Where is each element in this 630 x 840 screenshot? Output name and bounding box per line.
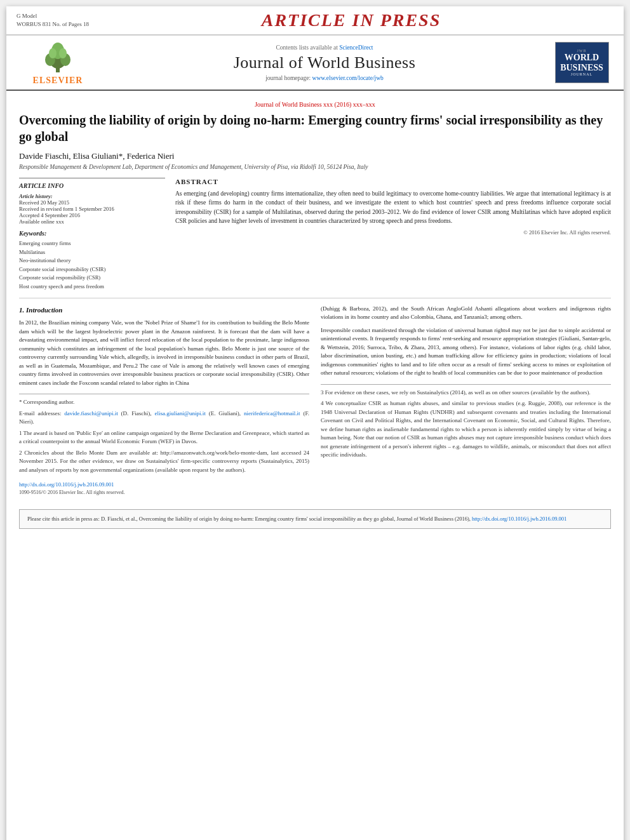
abstract-column: ABSTRACT As emerging (and developing) co… — [175, 178, 611, 291]
body-col-left: 1. Introduction In 2012, the Brazilian m… — [19, 305, 309, 497]
journal-header: ELSEVIER Contents lists available at Sci… — [6, 36, 624, 91]
journal-title-area: Contents lists available at ScienceDirec… — [99, 44, 550, 81]
section-divider — [19, 298, 611, 298]
bottom-issn: 1090-9516/© 2016 Elsevier Inc. All right… — [19, 489, 309, 497]
sciencedirect-line: Contents lists available at ScienceDirec… — [105, 44, 544, 51]
article-authors: Davide Fiaschi, Elisa Giuliani*, Federic… — [19, 151, 611, 161]
journal-code: WORBUS 831 No. of Pages 18 — [17, 20, 89, 29]
bottom-doi: http://dx.doi.org/10.1016/j.jwb.2016.09.… — [19, 481, 309, 489]
abstract-text: As emerging (and developing) country fir… — [175, 189, 611, 225]
email2-link[interactable]: elisa.giuliani@unipi.it — [154, 410, 205, 417]
footnote-4: 4 We conceptualize CSIR as human rights … — [321, 399, 611, 460]
elsevier-logo: ELSEVIER — [33, 39, 83, 86]
footnotes-right: 3 For evidence on these cases, we rely o… — [321, 384, 611, 460]
article-content: Journal of World Business xxx (2016) xxx… — [6, 91, 624, 503]
top-banner: G Model WORBUS 831 No. of Pages 18 ARTIC… — [6, 6, 624, 36]
intro-heading: 1. Introduction — [19, 305, 309, 316]
article-in-press-banner: ARTICLE IN PRESS — [89, 10, 613, 30]
elsevier-tree-icon — [39, 39, 77, 74]
homepage-url[interactable]: www.elsevier.com/locate/jwb — [312, 75, 384, 81]
doi-link[interactable]: http://dx.doi.org/10.1016/j.jwb.2016.09.… — [19, 481, 114, 488]
accepted-date: Accepted 4 September 2016 — [19, 212, 165, 218]
svg-point-5 — [49, 48, 57, 58]
keywords-section: Keywords: Emerging country firms Multila… — [19, 230, 165, 291]
keywords-heading: Keywords: — [19, 230, 165, 237]
keyword-1: Emerging country firms — [19, 239, 165, 248]
keyword-3: Neo-institutional theory — [19, 257, 165, 265]
svg-point-6 — [59, 48, 67, 58]
gmodel-label: G Model — [17, 12, 89, 20]
elsevier-logo-area: ELSEVIER — [17, 39, 99, 86]
world-business-logo-area: JWB WORLDBUSINESS JOURNAL — [550, 42, 613, 83]
footnote-2: 2 Chronicles about the Belo Monte Dam ar… — [19, 449, 309, 475]
article-info-column: ARTICLE INFO Article history: Received 2… — [19, 178, 165, 291]
keyword-2: Multilatinas — [19, 248, 165, 257]
article-affiliation: Responsible Management & Development Lab… — [19, 164, 611, 170]
corresponding-author: * Corresponding author. — [19, 398, 309, 407]
elsevier-wordmark: ELSEVIER — [33, 76, 83, 86]
sciencedirect-link[interactable]: ScienceDirect — [339, 44, 373, 51]
abstract-copyright: © 2016 Elsevier Inc. All rights reserved… — [175, 229, 611, 236]
keyword-5: Corporate social responsibility (CSR) — [19, 274, 165, 283]
info-abstract-row: ARTICLE INFO Article history: Received 2… — [19, 178, 611, 291]
intro-para1: In 2012, the Brazilian mining company Va… — [19, 319, 309, 387]
citation-box: Please cite this article in press as: D.… — [19, 509, 611, 529]
journal-homepage-line: journal homepage: www.elsevier.com/locat… — [105, 75, 544, 81]
journal-title: Journal of World Business — [105, 53, 544, 72]
article-title: Overcoming the liability of origin by do… — [19, 112, 611, 145]
body-content: 1. Introduction In 2012, the Brazilian m… — [19, 305, 611, 497]
abstract-section: ABSTRACT As emerging (and developing) co… — [175, 178, 611, 236]
footnote-3: 3 For evidence on these cases, we rely o… — [321, 389, 611, 397]
abstract-heading: ABSTRACT — [175, 178, 611, 185]
page: G Model WORBUS 831 No. of Pages 18 ARTIC… — [6, 6, 624, 840]
footnote-1: 1 The award is based on 'Public Eye' an … — [19, 429, 309, 446]
email-addresses: E-mail addresses: davide.fiaschi@unipi.i… — [19, 410, 309, 427]
aip-label: ARTICLE IN PRESS — [262, 10, 441, 30]
intro-para2: (Duhigg & Barboza, 2012), and the South … — [321, 305, 611, 322]
article-info-heading: ARTICLE INFO — [19, 182, 165, 189]
footnotes-left: * Corresponding author. E-mail addresses… — [19, 394, 309, 474]
body-col-right: (Duhigg & Barboza, 2012), and the South … — [321, 305, 611, 497]
world-business-logo: JWB WORLDBUSINESS JOURNAL — [555, 42, 609, 83]
revised-date: Received in revised form 1 September 201… — [19, 206, 165, 212]
online-date: Available online xxx — [19, 218, 165, 225]
email1-link[interactable]: davide.fiaschi@unipi.it — [64, 410, 117, 417]
email3-link[interactable]: nierifederica@hotmail.it — [244, 410, 300, 417]
citation-url[interactable]: http://dx.doi.org/10.1016/j.jwb.2016.09.… — [472, 516, 566, 522]
article-doi-line: Journal of World Business xxx (2016) xxx… — [19, 101, 611, 108]
received-date: Received 20 May 2015 — [19, 199, 165, 206]
banner-left: G Model WORBUS 831 No. of Pages 18 — [17, 12, 89, 28]
keyword-6: Host country speech and press freedom — [19, 283, 165, 291]
keyword-4: Corporate social irresponsibility (CSIR) — [19, 265, 165, 274]
article-info-box: ARTICLE INFO Article history: Received 2… — [19, 178, 165, 291]
intro-para3: Irresponsible conduct manifested through… — [321, 326, 611, 378]
history-section: Article history: Received 20 May 2015 Re… — [19, 193, 165, 225]
